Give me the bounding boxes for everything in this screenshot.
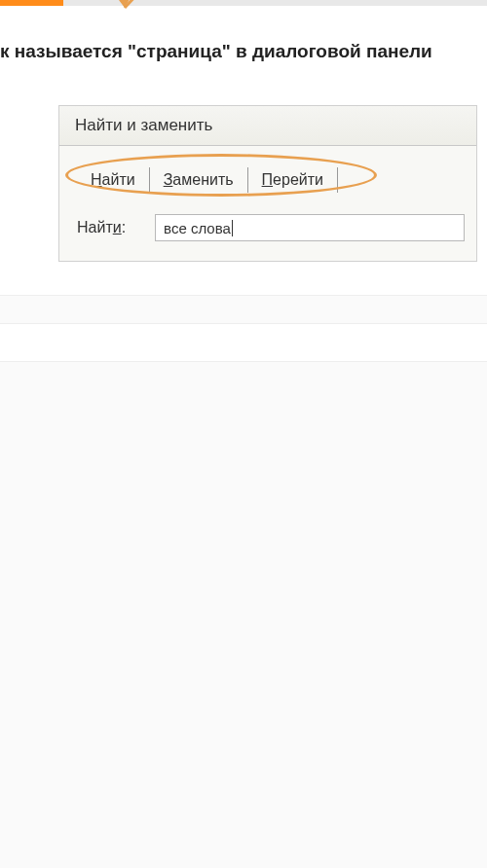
question-section: к называется "страница" в диалоговой пан… (0, 6, 487, 296)
progress-bar (0, 0, 487, 6)
question-text: к называется "страница" в диалоговой пан… (0, 41, 487, 82)
progress-fill (0, 0, 63, 6)
tabs-row: Найти Заменить Перейти (71, 162, 465, 193)
tab-replace[interactable]: Заменить (150, 167, 248, 193)
find-replace-dialog: Найти и заменить Найти Заменить Перейти … (58, 105, 477, 262)
find-row: Найти: все слова (71, 214, 465, 241)
find-input[interactable]: все слова (155, 214, 465, 241)
text-cursor (232, 220, 233, 236)
dialog-title: Найти и заменить (59, 106, 476, 145)
find-label: Найти: (77, 219, 126, 236)
find-input-value: все слова (164, 220, 231, 236)
dialog-body: Найти Заменить Перейти Найти: все слова (59, 145, 476, 261)
tab-find[interactable]: Найти (77, 167, 150, 193)
tab-goto[interactable]: Перейти (248, 167, 338, 193)
answer-section[interactable] (0, 323, 487, 362)
screenshot-image: Найти и заменить Найти Заменить Перейти … (0, 82, 487, 285)
